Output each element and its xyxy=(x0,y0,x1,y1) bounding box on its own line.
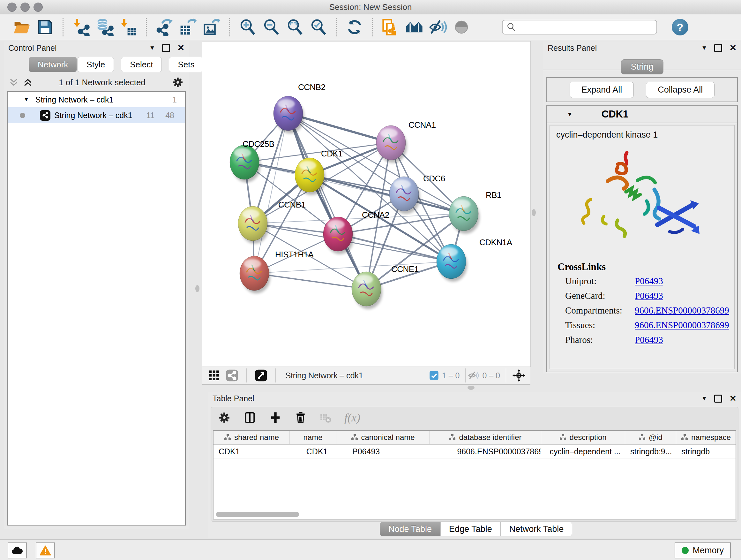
table-panel: Table Panel ▼ ✕ f(x) shared name xyxy=(208,392,741,538)
detach-view-icon[interactable] xyxy=(254,368,268,383)
export-image-icon[interactable] xyxy=(202,17,221,37)
column-header[interactable]: database identifier xyxy=(429,431,541,444)
tab-node-table[interactable]: Node Table xyxy=(380,522,441,537)
network-node[interactable]: CCNA1 xyxy=(376,120,436,163)
node-label: CCNA1 xyxy=(408,120,436,130)
import-table-file-icon[interactable] xyxy=(118,17,138,37)
zoom-selected-icon[interactable] xyxy=(309,17,328,37)
toolbar-separator xyxy=(229,18,230,37)
show-all-icon[interactable] xyxy=(452,17,471,37)
network-view-share-icon[interactable] xyxy=(225,368,239,383)
application-window: Session: New Session xyxy=(0,0,741,560)
crosslink-row: Tissues: 9606.ENSP00000378699 xyxy=(556,320,728,334)
close-panel-icon[interactable]: ✕ xyxy=(729,44,737,52)
collapse-all-icon[interactable] xyxy=(9,78,18,87)
float-panel-icon[interactable]: ▼ xyxy=(701,44,708,51)
bottom-splitter-handle[interactable] xyxy=(468,386,475,390)
network-node[interactable]: HIST1H1A xyxy=(240,250,314,294)
help-icon[interactable]: ? xyxy=(672,19,688,36)
column-header[interactable]: shared name xyxy=(213,431,290,444)
network-node-count: 11 xyxy=(146,111,154,120)
zoom-out-icon[interactable] xyxy=(261,17,281,37)
gene-card-header[interactable]: ▼ CDK1 xyxy=(547,106,737,123)
zoom-in-icon[interactable] xyxy=(238,17,258,37)
create-column-plus-icon[interactable] xyxy=(269,411,282,424)
cloud-status-button[interactable] xyxy=(8,543,27,558)
tab-select[interactable]: Select xyxy=(121,57,162,72)
delete-column-trash-icon[interactable] xyxy=(294,412,307,424)
memory-button[interactable]: Memory xyxy=(675,543,731,558)
network-node[interactable]: CCNB2 xyxy=(273,82,326,133)
horizontal-scrollbar[interactable] xyxy=(216,512,299,517)
export-network-icon[interactable] xyxy=(154,17,174,37)
network-node[interactable]: CDKN1A xyxy=(436,238,513,282)
crosslink-link[interactable]: P06493 xyxy=(635,276,728,287)
column-header[interactable]: @id xyxy=(625,431,676,444)
tab-edge-table[interactable]: Edge Table xyxy=(441,522,501,537)
tab-network[interactable]: Network xyxy=(29,57,77,72)
crosslink-link[interactable]: P06493 xyxy=(635,291,728,301)
crosslink-label: GeneCard: xyxy=(565,291,635,301)
import-network-file-icon[interactable] xyxy=(71,17,91,37)
collapse-all-button[interactable]: Collapse All xyxy=(646,82,715,98)
global-search-field[interactable] xyxy=(502,20,657,35)
left-splitter-handle[interactable] xyxy=(195,285,199,292)
crosslink-link[interactable]: 9606.ENSP00000378699 xyxy=(635,305,729,316)
show-columns-icon[interactable] xyxy=(244,411,256,424)
function-builder-icon[interactable]: f(x) xyxy=(344,411,360,424)
collapse-entry-icon[interactable]: ▼ xyxy=(567,111,573,118)
maximize-panel-icon[interactable] xyxy=(714,44,722,52)
table-options-gear-icon[interactable] xyxy=(218,411,231,424)
close-panel-icon[interactable]: ✕ xyxy=(729,394,737,403)
expand-all-icon[interactable] xyxy=(23,78,32,87)
crosslink-link[interactable]: P06493 xyxy=(635,334,728,345)
network-canvas[interactable]: CCNB2CCNA1CDC25BCDK1CDC6RB1CCNB1CCNA2CDK… xyxy=(202,42,530,367)
refresh-layout-icon[interactable] xyxy=(345,17,364,37)
selected-checkbox-icon[interactable] xyxy=(429,371,439,380)
network-node[interactable]: CDC6 xyxy=(389,174,445,214)
crosslink-row: Pharos: P06493 xyxy=(556,334,728,349)
network-collection-row[interactable]: ▼ String Network – cdk1 1 xyxy=(8,92,185,107)
network-options-gear-icon[interactable] xyxy=(172,76,184,88)
close-panel-icon[interactable]: ✕ xyxy=(177,44,185,52)
tab-style[interactable]: Style xyxy=(77,57,114,72)
network-snapshot-icon[interactable] xyxy=(381,17,401,37)
first-neighbors-icon[interactable] xyxy=(404,17,424,37)
maximize-panel-icon[interactable] xyxy=(162,44,170,52)
column-header[interactable]: canonical name xyxy=(336,431,429,444)
column-header[interactable]: namespace xyxy=(676,431,736,444)
right-splitter-handle[interactable] xyxy=(532,209,536,216)
export-table-icon[interactable] xyxy=(178,17,198,37)
collection-expand-icon[interactable]: ▼ xyxy=(23,97,29,103)
fit-content-crosshair-icon[interactable] xyxy=(511,368,527,383)
network-row-selected[interactable]: String Network – cdk1 11 48 xyxy=(8,107,185,123)
hide-selected-icon[interactable] xyxy=(428,17,448,37)
network-node[interactable]: RB1 xyxy=(449,190,501,234)
column-header[interactable]: name xyxy=(290,431,336,444)
title-bar: Session: New Session xyxy=(0,0,741,14)
window-title: Session: New Session xyxy=(0,0,741,14)
save-session-icon[interactable] xyxy=(35,17,55,37)
column-header[interactable]: description xyxy=(541,431,625,444)
float-panel-icon[interactable]: ▼ xyxy=(701,395,708,402)
float-panel-icon[interactable]: ▼ xyxy=(149,44,155,51)
expand-all-button[interactable]: Expand All xyxy=(569,82,634,98)
crosslink-link[interactable]: 9606.ENSP00000378699 xyxy=(635,320,729,330)
selected-count-badge: 1 – 0 xyxy=(442,371,460,380)
table-row[interactable]: CDK1 CDK1 P06493 9606.ENSP00000378699 cy… xyxy=(213,445,736,458)
gene-card-body: cyclin–dependent kinase 1 xyxy=(549,125,735,369)
grid-view-icon[interactable] xyxy=(207,368,221,383)
network-node[interactable]: CCNE1 xyxy=(352,264,419,309)
toolbar-separator xyxy=(372,18,373,37)
open-session-icon[interactable] xyxy=(11,17,31,37)
tab-network-table[interactable]: Network Table xyxy=(501,522,572,537)
import-network-database-icon[interactable] xyxy=(95,17,115,37)
delete-table-icon[interactable] xyxy=(320,412,332,424)
tab-sets[interactable]: Sets xyxy=(169,57,203,72)
maximize-panel-icon[interactable] xyxy=(714,395,722,402)
hidden-eye-icon[interactable] xyxy=(468,370,479,381)
zoom-fit-icon[interactable] xyxy=(285,17,305,37)
tab-string[interactable]: String xyxy=(621,59,664,74)
search-input[interactable] xyxy=(516,22,657,32)
warning-status-button[interactable] xyxy=(36,543,55,558)
